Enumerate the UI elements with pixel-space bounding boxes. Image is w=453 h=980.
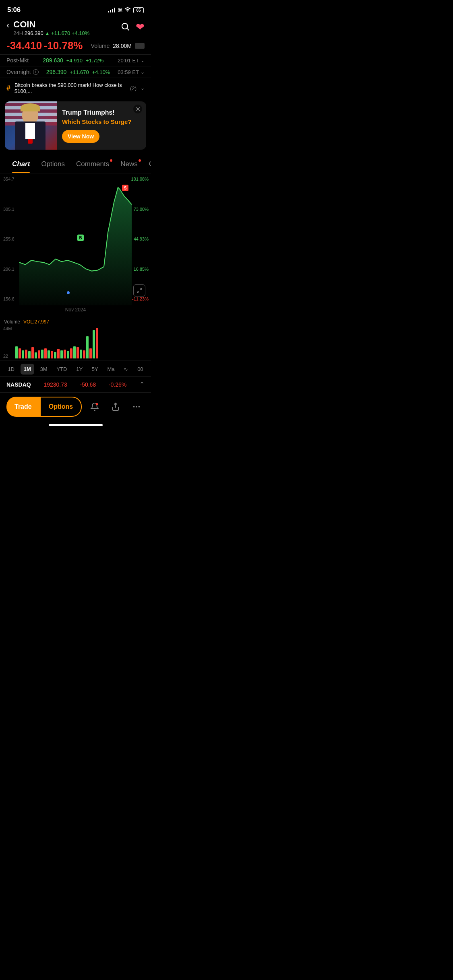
overnight-row[interactable]: Overnight i 296.390 +11.670 +4.10% 03:59… (0, 66, 151, 78)
back-button[interactable]: ‹ (6, 20, 9, 31)
info-icon: i (33, 69, 39, 75)
tab-chart[interactable]: Chart (6, 157, 35, 173)
svg-point-0 (122, 23, 128, 29)
volume-bar (60, 350, 63, 358)
time-btn-ytd[interactable]: YTD (53, 364, 70, 375)
overnight-change-pct: +4.10% (92, 69, 110, 75)
time-btn-3m[interactable]: 3M (37, 364, 51, 375)
chart-area: 354.7 305.1 255.6 206.1 156.6 101.08% 73… (0, 173, 151, 317)
watchlist-button[interactable]: ❤ (136, 21, 145, 33)
search-button[interactable] (120, 22, 130, 33)
overnight-chevron: ⌄ (141, 69, 145, 75)
chart-tabs: Chart Options Comments News Company (0, 153, 151, 173)
ad-title: Trump Triumphs! (62, 109, 141, 117)
overnight-label: Overnight (6, 69, 31, 75)
trade-options-group: Trade Options (6, 397, 82, 417)
status-icons: ⌘ 65 (108, 7, 144, 13)
volume-bar (70, 348, 72, 358)
notifications-button[interactable] (87, 399, 103, 415)
post-market-label: Post-Mkt (6, 57, 29, 64)
home-indicator (0, 421, 151, 429)
share-button[interactable] (108, 399, 124, 415)
options-button[interactable]: Options (40, 397, 82, 417)
time-btn-wave[interactable]: ∿ (120, 364, 131, 375)
tab-company[interactable]: Company (143, 157, 151, 173)
chart-dashed-line (19, 217, 132, 217)
volume-bar (15, 346, 18, 358)
heart-icon: ❤ (136, 21, 145, 33)
y-right-0: 101.08% (131, 177, 149, 181)
main-price-change-pct: -10.78% (44, 39, 83, 51)
volume-mini-chart (135, 43, 145, 49)
24h-change-pct: +4.10% (72, 30, 89, 36)
time-range-selector: 1D 1M 3M YTD 1Y 5Y Ma ∿ 00 (0, 360, 151, 376)
svg-line-3 (137, 291, 139, 293)
trade-button[interactable]: Trade (6, 397, 40, 417)
volume-bar (83, 350, 85, 358)
volume-bar (41, 350, 43, 358)
tab-options[interactable]: Options (35, 157, 70, 173)
volume-bar (86, 336, 89, 358)
nasdaq-expand-arrow: ⌃ (139, 381, 145, 388)
ad-view-now-button[interactable]: View Now (62, 130, 99, 143)
y-label-3: 206.1 (3, 267, 14, 272)
time-btn-1d[interactable]: 1D (4, 364, 18, 375)
post-market-row[interactable]: Post-Mkt 289.630 +4.910 +1.72% 20:01 ET … (0, 54, 151, 66)
signal-icon (108, 8, 115, 12)
stock-header: ‹ COIN 24H 296.390 ▲ +11.670 +4.10% ❤ (0, 18, 151, 39)
volume-bar (35, 352, 37, 358)
news-ticker[interactable]: # Bitcoin breaks the $90,000 mark! How c… (0, 78, 151, 98)
volume-bar (73, 346, 76, 358)
stock-info: COIN 24H 296.390 ▲ +11.670 +4.10% (13, 19, 89, 36)
hash-icon: # (6, 84, 10, 93)
time-btn-1m[interactable]: 1M (21, 364, 34, 375)
24h-label: 24H (13, 30, 23, 36)
home-bar (49, 424, 103, 426)
volume-bars (3, 326, 101, 358)
post-market-change-pct: +1.72% (86, 58, 103, 64)
24h-change: +11.670 (51, 30, 70, 36)
volume-bar (57, 349, 60, 358)
chart-y-labels: 354.7 305.1 255.6 206.1 156.6 (3, 173, 14, 317)
more-button[interactable] (128, 399, 145, 415)
tab-comments[interactable]: Comments (70, 157, 115, 173)
volume-bar (89, 348, 92, 358)
time-btn-00[interactable]: 00 (134, 364, 146, 375)
chart-marker-b: B (77, 235, 84, 241)
time-btn-5y[interactable]: 5Y (89, 364, 101, 375)
y-right-3: 16.85% (131, 267, 149, 272)
bottom-action-bar: Trade Options (0, 392, 151, 421)
volume-bar (22, 350, 24, 358)
chart-expand-button[interactable] (133, 284, 145, 296)
y-right-1: 73.00% (131, 207, 149, 212)
vol-y-label-top: 44M (3, 326, 12, 331)
volume-bar (48, 350, 50, 358)
ad-banner[interactable]: ✕ Trump Triumphs! Which Stocks to Surge?… (5, 101, 146, 150)
chart-marker-s: S (122, 185, 128, 191)
volume-bar (25, 350, 27, 358)
ad-image (5, 101, 57, 150)
24h-arrow: ▲ (45, 31, 50, 36)
news-ticker-chevron: ⌄ (141, 85, 145, 91)
nasdaq-label: NASDAQ (6, 381, 31, 388)
volume-bar (44, 348, 47, 358)
volume-value-main: VOL:27.997 (23, 319, 49, 325)
tab-news[interactable]: News (115, 157, 143, 173)
y-right-2: 44.93% (131, 237, 149, 241)
stock-ticker: COIN (13, 19, 89, 30)
svg-point-8 (136, 406, 137, 408)
status-time: 5:06 (7, 6, 21, 14)
ad-content: Trump Triumphs! Which Stocks to Surge? V… (57, 109, 146, 142)
comments-notification-dot (110, 159, 112, 162)
time-btn-1y[interactable]: 1Y (73, 364, 86, 375)
volume-value: 28.00M (113, 43, 132, 49)
volume-bar (19, 348, 21, 358)
volume-bar (54, 352, 56, 358)
time-btn-ma[interactable]: Ma (104, 364, 118, 375)
chart-x-label: Nov 2024 (0, 305, 151, 314)
nasdaq-ticker[interactable]: NASDAQ 19230.73 -50.68 -0.26% ⌃ (0, 376, 151, 392)
svg-point-9 (139, 406, 140, 408)
stock-24h-info: 24H 296.390 ▲ +11.670 +4.10% (13, 30, 89, 36)
volume-bar (93, 330, 95, 358)
svg-line-2 (140, 288, 141, 290)
